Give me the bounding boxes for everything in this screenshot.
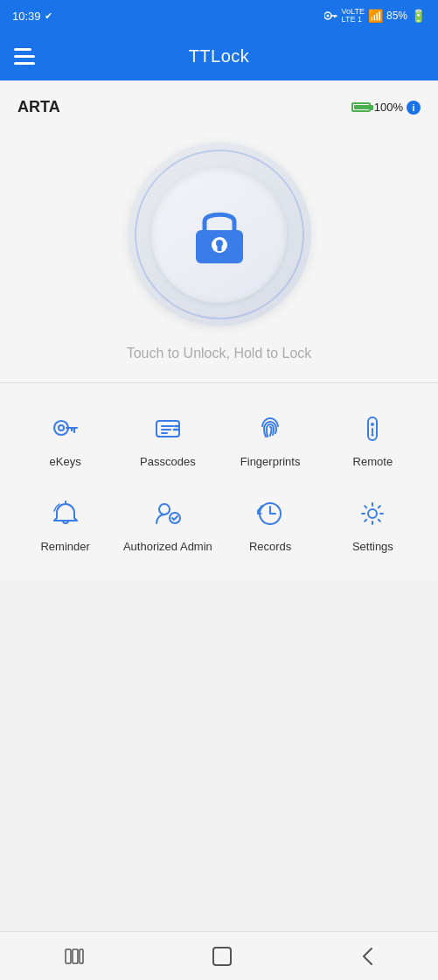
svg-rect-5 [196, 230, 243, 263]
records-icon [251, 494, 289, 533]
svg-rect-8 [217, 245, 221, 251]
app-header: TTLock [0, 32, 438, 80]
status-right: VoLTE LTE 1 📶 85% 🔋 [324, 8, 426, 24]
menu-item-reminder[interactable]: Reminder [14, 482, 116, 567]
svg-rect-3 [334, 15, 336, 18]
records-label: Records [249, 540, 291, 555]
svg-point-1 [326, 15, 329, 18]
svg-rect-4 [336, 15, 337, 17]
svg-point-25 [159, 504, 170, 514]
reminder-label: Reminder [40, 540, 89, 555]
fingerprints-label: Fingerprints [240, 455, 301, 470]
menu-item-ekeys[interactable]: eKeys [14, 397, 116, 482]
ekeys-label: eKeys [50, 455, 81, 470]
hamburger-line-1 [14, 48, 31, 51]
signal-bars: 📶 [368, 9, 383, 23]
remote-label: Remote [353, 455, 393, 470]
battery-fill [354, 105, 370, 109]
svg-point-7 [216, 240, 223, 247]
fingerprints-icon [251, 410, 289, 448]
battery-percent: 85% [386, 10, 407, 22]
battery-icon [351, 102, 371, 112]
menu-item-authorized-admin[interactable]: Authorized Admin [116, 482, 219, 567]
app-title: TTLock [189, 46, 250, 66]
authorized-admin-icon [149, 494, 187, 533]
status-left: 10:39 ✔ [12, 10, 52, 23]
device-name: ARTA [17, 98, 60, 116]
info-icon[interactable]: i [407, 101, 421, 115]
hamburger-line-3 [14, 62, 35, 65]
bottom-nav [0, 931, 438, 980]
main-content: ARTA 100% i [0, 80, 438, 581]
battery-level: 100% [374, 101, 403, 114]
lock-outer-ring [128, 143, 311, 326]
battery-icon-status: 🔋 [411, 9, 426, 23]
vol-lte-indicator: VoLTE LTE 1 [342, 8, 365, 24]
back-button[interactable] [340, 940, 394, 973]
signal-check: ✔ [45, 10, 52, 22]
svg-point-10 [59, 425, 64, 430]
menu-item-remote[interactable]: Remote [322, 397, 424, 482]
hamburger-line-2 [14, 55, 35, 58]
menu-item-settings[interactable]: Settings [322, 482, 424, 567]
recents-button[interactable] [44, 942, 105, 971]
svg-point-23 [372, 434, 374, 437]
passcodes-label: Passcodes [140, 455, 196, 470]
status-bar: 10:39 ✔ VoLTE LTE 1 📶 85% 🔋 [0, 0, 438, 32]
menu-item-passcodes[interactable]: Passcodes [116, 397, 219, 482]
lock-button-container[interactable] [14, 125, 424, 335]
key-icon [324, 10, 338, 21]
svg-point-28 [368, 509, 377, 518]
svg-rect-30 [73, 949, 78, 963]
menu-grid: eKeys Passcodes [14, 383, 424, 581]
svg-rect-31 [80, 949, 83, 963]
lock-icon [180, 195, 259, 274]
settings-label: Settings [352, 540, 393, 555]
time-display: 10:39 [12, 10, 41, 23]
settings-icon [353, 494, 392, 533]
ekeys-icon [46, 410, 85, 448]
unlock-hint: Touch to Unlock, Hold to Lock [14, 335, 424, 382]
reminder-icon [46, 494, 85, 533]
menu-item-records[interactable]: Records [219, 482, 322, 567]
authorized-admin-label: Authorized Admin [123, 540, 212, 555]
svg-point-6 [212, 237, 227, 253]
device-header: ARTA 100% i [14, 98, 424, 116]
menu-item-fingerprints[interactable]: Fingerprints [219, 397, 322, 482]
lock-inner-circle [151, 167, 287, 303]
passcodes-icon [149, 410, 187, 448]
svg-point-21 [371, 423, 374, 426]
battery-body [351, 102, 371, 112]
battery-container: 100% i [351, 101, 421, 115]
home-button[interactable] [191, 940, 253, 973]
remote-icon [353, 410, 392, 448]
menu-button[interactable] [14, 48, 35, 65]
svg-rect-29 [66, 949, 71, 963]
